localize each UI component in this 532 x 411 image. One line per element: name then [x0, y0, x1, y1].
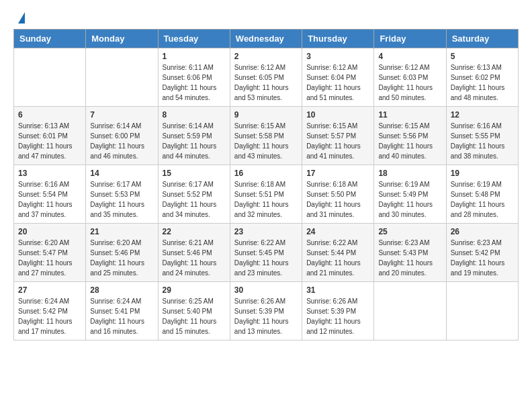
calendar-day-cell	[374, 282, 446, 340]
weekday-header-cell: Wednesday	[230, 30, 302, 48]
day-info: Sunrise: 6:25 AM Sunset: 5:40 PM Dayligh…	[163, 296, 226, 336]
day-number: 6	[18, 110, 81, 120]
day-info: Sunrise: 6:21 AM Sunset: 5:46 PM Dayligh…	[163, 238, 226, 278]
calendar-day-cell	[86, 48, 158, 107]
calendar-day-cell: 12Sunrise: 6:16 AM Sunset: 5:55 PM Dayli…	[446, 107, 518, 165]
day-info: Sunrise: 6:22 AM Sunset: 5:45 PM Dayligh…	[234, 238, 298, 278]
calendar-day-cell: 31Sunrise: 6:26 AM Sunset: 5:39 PM Dayli…	[302, 282, 374, 340]
weekday-header-cell: Tuesday	[158, 30, 230, 48]
logo-triangle-icon	[18, 12, 25, 24]
page-header	[0, 0, 532, 29]
weekday-header-row: SundayMondayTuesdayWednesdayThursdayFrid…	[14, 30, 519, 48]
day-number: 15	[163, 169, 226, 178]
calendar-day-cell: 5Sunrise: 6:13 AM Sunset: 6:02 PM Daylig…	[446, 48, 518, 107]
day-info: Sunrise: 6:20 AM Sunset: 5:47 PM Dayligh…	[18, 238, 81, 278]
day-info: Sunrise: 6:18 AM Sunset: 5:51 PM Dayligh…	[234, 179, 298, 220]
calendar-day-cell	[14, 48, 86, 107]
calendar-day-cell: 16Sunrise: 6:18 AM Sunset: 5:51 PM Dayli…	[230, 165, 302, 224]
calendar-day-cell: 8Sunrise: 6:14 AM Sunset: 5:59 PM Daylig…	[158, 107, 230, 165]
day-info: Sunrise: 6:26 AM Sunset: 5:39 PM Dayligh…	[234, 296, 298, 336]
calendar-day-cell: 14Sunrise: 6:17 AM Sunset: 5:53 PM Dayli…	[86, 165, 158, 224]
day-info: Sunrise: 6:22 AM Sunset: 5:44 PM Dayligh…	[306, 238, 369, 278]
day-number: 11	[378, 110, 441, 120]
calendar-day-cell: 24Sunrise: 6:22 AM Sunset: 5:44 PM Dayli…	[302, 224, 374, 282]
day-number: 8	[163, 110, 226, 120]
calendar-day-cell: 22Sunrise: 6:21 AM Sunset: 5:46 PM Dayli…	[158, 224, 230, 282]
weekday-header-cell: Friday	[374, 30, 446, 48]
day-number: 22	[163, 227, 226, 236]
calendar-day-cell: 6Sunrise: 6:13 AM Sunset: 6:01 PM Daylig…	[14, 107, 86, 165]
day-number: 4	[378, 52, 441, 61]
day-number: 1	[163, 52, 226, 61]
day-number: 18	[378, 169, 441, 178]
day-number: 26	[451, 227, 514, 236]
calendar-day-cell	[446, 282, 518, 340]
day-info: Sunrise: 6:19 AM Sunset: 5:49 PM Dayligh…	[378, 179, 441, 220]
day-info: Sunrise: 6:12 AM Sunset: 6:03 PM Dayligh…	[378, 62, 441, 103]
weekday-header-cell: Monday	[86, 30, 158, 48]
day-info: Sunrise: 6:24 AM Sunset: 5:42 PM Dayligh…	[18, 296, 81, 336]
calendar-week-row: 6Sunrise: 6:13 AM Sunset: 6:01 PM Daylig…	[14, 107, 519, 165]
calendar-day-cell: 10Sunrise: 6:15 AM Sunset: 5:57 PM Dayli…	[302, 107, 374, 165]
day-info: Sunrise: 6:14 AM Sunset: 6:00 PM Dayligh…	[90, 121, 153, 161]
calendar-day-cell: 15Sunrise: 6:17 AM Sunset: 5:52 PM Dayli…	[158, 165, 230, 224]
calendar-day-cell: 26Sunrise: 6:23 AM Sunset: 5:42 PM Dayli…	[446, 224, 518, 282]
day-info: Sunrise: 6:15 AM Sunset: 5:58 PM Dayligh…	[234, 121, 298, 161]
calendar-day-cell: 30Sunrise: 6:26 AM Sunset: 5:39 PM Dayli…	[230, 282, 302, 340]
calendar-day-cell: 18Sunrise: 6:19 AM Sunset: 5:49 PM Dayli…	[374, 165, 446, 224]
calendar-day-cell: 20Sunrise: 6:20 AM Sunset: 5:47 PM Dayli…	[14, 224, 86, 282]
day-number: 10	[306, 110, 369, 120]
day-info: Sunrise: 6:26 AM Sunset: 5:39 PM Dayligh…	[306, 296, 369, 336]
calendar-day-cell: 4Sunrise: 6:12 AM Sunset: 6:03 PM Daylig…	[374, 48, 446, 107]
day-info: Sunrise: 6:15 AM Sunset: 5:56 PM Dayligh…	[378, 121, 441, 161]
day-number: 24	[306, 227, 369, 236]
day-number: 28	[90, 285, 153, 295]
calendar-day-cell: 21Sunrise: 6:20 AM Sunset: 5:46 PM Dayli…	[86, 224, 158, 282]
calendar-day-cell: 28Sunrise: 6:24 AM Sunset: 5:41 PM Dayli…	[86, 282, 158, 340]
calendar-day-cell: 23Sunrise: 6:22 AM Sunset: 5:45 PM Dayli…	[230, 224, 302, 282]
day-number: 5	[451, 52, 514, 61]
calendar-day-cell: 9Sunrise: 6:15 AM Sunset: 5:58 PM Daylig…	[230, 107, 302, 165]
calendar-week-row: 13Sunrise: 6:16 AM Sunset: 5:54 PM Dayli…	[14, 165, 519, 224]
calendar-day-cell: 13Sunrise: 6:16 AM Sunset: 5:54 PM Dayli…	[14, 165, 86, 224]
calendar-day-cell: 3Sunrise: 6:12 AM Sunset: 6:04 PM Daylig…	[302, 48, 374, 107]
day-number: 25	[378, 227, 441, 236]
day-number: 9	[234, 110, 298, 120]
day-info: Sunrise: 6:15 AM Sunset: 5:57 PM Dayligh…	[306, 121, 369, 161]
calendar-day-cell: 11Sunrise: 6:15 AM Sunset: 5:56 PM Dayli…	[374, 107, 446, 165]
day-info: Sunrise: 6:17 AM Sunset: 5:52 PM Dayligh…	[163, 179, 226, 220]
calendar-week-row: 27Sunrise: 6:24 AM Sunset: 5:42 PM Dayli…	[14, 282, 519, 340]
day-number: 23	[234, 227, 298, 236]
day-number: 19	[451, 169, 514, 178]
day-info: Sunrise: 6:24 AM Sunset: 5:41 PM Dayligh…	[90, 296, 153, 336]
calendar-day-cell: 7Sunrise: 6:14 AM Sunset: 6:00 PM Daylig…	[86, 107, 158, 165]
day-number: 3	[306, 52, 369, 61]
day-info: Sunrise: 6:12 AM Sunset: 6:05 PM Dayligh…	[234, 62, 298, 103]
calendar-day-cell: 27Sunrise: 6:24 AM Sunset: 5:42 PM Dayli…	[14, 282, 86, 340]
calendar-day-cell: 2Sunrise: 6:12 AM Sunset: 6:05 PM Daylig…	[230, 48, 302, 107]
day-number: 12	[451, 110, 514, 120]
day-info: Sunrise: 6:13 AM Sunset: 6:02 PM Dayligh…	[451, 62, 514, 103]
day-number: 29	[163, 285, 226, 295]
calendar-day-cell: 17Sunrise: 6:18 AM Sunset: 5:50 PM Dayli…	[302, 165, 374, 224]
calendar-day-cell: 1Sunrise: 6:11 AM Sunset: 6:06 PM Daylig…	[158, 48, 230, 107]
calendar-day-cell: 25Sunrise: 6:23 AM Sunset: 5:43 PM Dayli…	[374, 224, 446, 282]
day-number: 31	[306, 285, 369, 295]
day-info: Sunrise: 6:14 AM Sunset: 5:59 PM Dayligh…	[163, 121, 226, 161]
calendar-week-row: 1Sunrise: 6:11 AM Sunset: 6:06 PM Daylig…	[14, 48, 519, 107]
weekday-header-cell: Sunday	[14, 30, 86, 48]
day-number: 14	[90, 169, 153, 178]
calendar-day-cell: 29Sunrise: 6:25 AM Sunset: 5:40 PM Dayli…	[158, 282, 230, 340]
day-number: 17	[306, 169, 369, 178]
day-number: 2	[234, 52, 298, 61]
logo	[16, 12, 25, 24]
calendar-week-row: 20Sunrise: 6:20 AM Sunset: 5:47 PM Dayli…	[14, 224, 519, 282]
day-number: 13	[18, 169, 81, 178]
weekday-header-cell: Thursday	[302, 30, 374, 48]
day-number: 27	[18, 285, 81, 295]
weekday-header-cell: Saturday	[446, 30, 518, 48]
day-info: Sunrise: 6:16 AM Sunset: 5:55 PM Dayligh…	[451, 121, 514, 161]
calendar-body: 1Sunrise: 6:11 AM Sunset: 6:06 PM Daylig…	[14, 48, 519, 340]
day-info: Sunrise: 6:16 AM Sunset: 5:54 PM Dayligh…	[18, 179, 81, 220]
calendar-table: SundayMondayTuesdayWednesdayThursdayFrid…	[13, 29, 519, 340]
